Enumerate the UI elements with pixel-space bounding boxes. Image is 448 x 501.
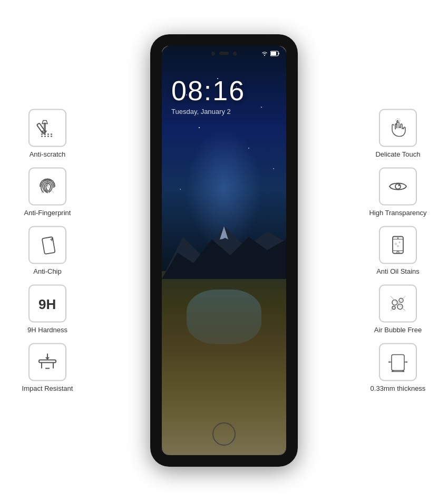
impact-resistant-label: Impact Resistant	[22, 384, 73, 392]
phone-top-bar	[162, 46, 286, 61]
anti-scratch-label: Anti-scratch	[30, 150, 66, 158]
mountain-svg	[162, 216, 286, 279]
svg-marker-48	[406, 361, 407, 363]
anti-oil-icon-box	[379, 226, 417, 264]
page-container: Anti-scratch Anti-F	[0, 0, 448, 501]
bubble-icon	[386, 292, 410, 315]
anti-fingerprint-label: Anti-Fingerprint	[24, 209, 71, 217]
svg-rect-40	[392, 355, 404, 371]
camera-dot-1	[211, 52, 215, 55]
delicate-touch-label: Delicate Touch	[375, 150, 420, 158]
time-text: 08:16	[171, 75, 286, 107]
phone-wrapper: 08:16 Tuesday, January 2	[150, 34, 298, 467]
delicate-touch-icon-box	[379, 109, 417, 147]
anti-fingerprint-icon-box	[28, 168, 66, 206]
feature-anti-oil: Anti Oil Stains	[376, 226, 420, 275]
9h-hardness-icon-box: 9H	[28, 285, 66, 323]
feature-delicate-touch: Delicate Touch	[375, 109, 420, 158]
thickness-icon-box: 0.26MM	[379, 343, 417, 381]
feature-thickness: 0.26MM 0.33mm thickness	[371, 343, 426, 392]
anti-oil-label: Anti Oil Stains	[376, 267, 420, 275]
phone-oil-icon	[386, 234, 410, 257]
svg-point-33	[397, 245, 398, 246]
feature-anti-fingerprint: Anti-Fingerprint	[24, 168, 71, 217]
anti-scratch-icon-box	[28, 109, 66, 147]
svg-point-36	[397, 304, 403, 310]
9h-hardness-label: 9H Hardness	[27, 326, 67, 334]
phone-screen: 08:16 Tuesday, January 2	[162, 46, 286, 455]
svg-marker-46	[388, 361, 389, 363]
svg-point-29	[397, 237, 398, 238]
svg-rect-9	[42, 237, 55, 254]
feature-high-transparency: High Transparency	[369, 168, 426, 217]
svg-point-31	[395, 243, 397, 245]
feature-anti-chip: Anti-Chip	[28, 226, 66, 275]
fingerprint-icon	[36, 175, 59, 198]
home-button[interactable]	[212, 422, 236, 446]
feature-air-bubble-free: Air Bubble Free	[374, 285, 422, 334]
svg-marker-3	[42, 121, 47, 124]
right-features-column: Delicate Touch High Transparency	[353, 109, 443, 392]
time-display: 08:16 Tuesday, January 2	[162, 75, 286, 115]
date-text: Tuesday, January 2	[171, 108, 286, 115]
left-features-column: Anti-scratch Anti-F	[5, 109, 90, 392]
chip-icon	[36, 234, 59, 257]
sensor-bar	[219, 52, 229, 55]
svg-text:0.26MM: 0.26MM	[395, 373, 407, 374]
impact-icon	[36, 351, 59, 374]
high-transparency-icon-box	[379, 168, 417, 206]
svg-rect-11	[39, 360, 56, 363]
camera-dot-2	[233, 52, 237, 55]
svg-point-24	[395, 184, 401, 189]
touch-icon	[386, 117, 410, 140]
high-transparency-label: High Transparency	[369, 209, 426, 217]
feature-anti-scratch: Anti-scratch	[28, 109, 66, 158]
feature-impact-resistant: Impact Resistant	[22, 343, 73, 392]
air-bubble-icon-box	[379, 285, 417, 323]
9h-icon: 9H	[36, 292, 59, 315]
anti-chip-label: Anti-Chip	[33, 267, 61, 275]
svg-text:9H: 9H	[38, 296, 56, 312]
thickness-label: 0.33mm thickness	[371, 384, 426, 392]
svg-point-25	[398, 185, 400, 186]
eye-icon	[386, 175, 410, 198]
phone-device: 08:16 Tuesday, January 2	[150, 34, 298, 467]
air-bubble-free-label: Air Bubble Free	[374, 326, 422, 334]
thickness-icon: 0.26MM	[386, 351, 410, 374]
scratch-icon	[36, 117, 59, 140]
feature-9h-hardness: 9H 9H Hardness	[27, 285, 67, 334]
svg-point-32	[399, 242, 400, 243]
anti-chip-icon-box	[28, 226, 66, 264]
impact-resistant-icon-box	[28, 343, 66, 381]
